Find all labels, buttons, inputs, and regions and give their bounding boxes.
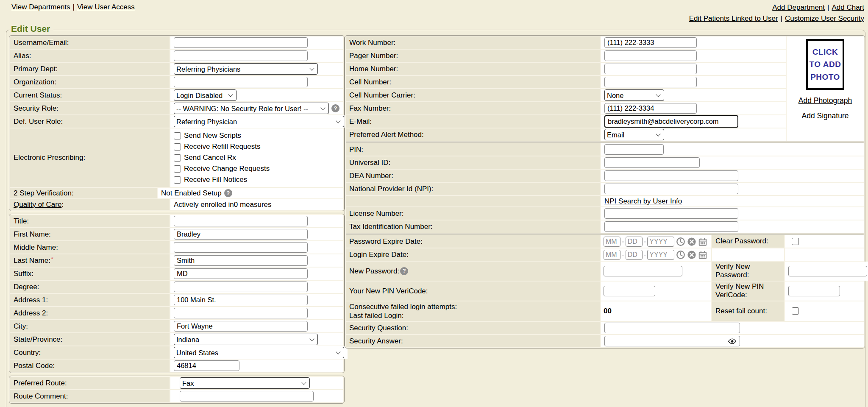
section-divider bbox=[346, 142, 864, 142]
quality-of-care-colon: : bbox=[61, 201, 64, 209]
right-column: Work Number: Pager Number: Home Number: … bbox=[345, 35, 865, 351]
pin-input[interactable] bbox=[604, 144, 664, 155]
title-row: Title: bbox=[10, 215, 343, 227]
receive-fill-notices-checkbox[interactable] bbox=[174, 176, 181, 184]
primary-dept-select[interactable]: Referring Physicians bbox=[174, 63, 318, 75]
work-number-input[interactable] bbox=[604, 37, 697, 48]
calendar-icon[interactable] bbox=[698, 250, 707, 259]
time-picker-icon[interactable] bbox=[676, 237, 685, 246]
clear-date-icon[interactable] bbox=[687, 237, 696, 246]
def-user-role-select[interactable]: Referring Physician bbox=[174, 116, 344, 127]
degree-input[interactable] bbox=[174, 282, 308, 292]
show-password-eye-icon[interactable] bbox=[728, 338, 737, 344]
password-expire-dd-input[interactable] bbox=[626, 237, 643, 247]
receive-refill-requests-checkbox[interactable] bbox=[174, 143, 181, 151]
title-input[interactable] bbox=[174, 216, 308, 226]
add-photo-placeholder[interactable]: CLICK TO ADD PHOTO bbox=[806, 39, 844, 90]
tax-id-input[interactable] bbox=[604, 221, 738, 232]
add-chart-link[interactable]: Add Chart bbox=[832, 3, 864, 11]
username-input[interactable] bbox=[174, 37, 308, 48]
route-comment-input[interactable] bbox=[180, 391, 314, 401]
add-photograph-link[interactable]: Add Photograph bbox=[798, 96, 852, 105]
left-column: Username/Email: Alias: Primary Dept: Ref… bbox=[9, 35, 345, 406]
current-status-select[interactable]: Login Disabled bbox=[174, 89, 236, 101]
dea-number-row: DEA Number: bbox=[346, 170, 864, 182]
new-password-row: New Password:? Verify New Password: bbox=[346, 262, 864, 281]
failed-attempts-label: Consecutive failed login attempts: bbox=[349, 302, 457, 311]
last-name-input[interactable] bbox=[174, 255, 308, 266]
cell-number-input[interactable] bbox=[604, 77, 697, 87]
clear-password-checkbox[interactable] bbox=[792, 238, 799, 245]
security-role-help-icon[interactable]: ? bbox=[331, 104, 339, 112]
address2-input[interactable] bbox=[174, 308, 308, 318]
dea-number-input[interactable] bbox=[604, 170, 738, 181]
calendar-icon[interactable] bbox=[698, 237, 707, 246]
security-role-select[interactable]: -- WARNING: No Security Role for User! -… bbox=[174, 103, 329, 114]
npi-label: National Provider Id (NPI): bbox=[346, 183, 600, 195]
reset-fail-count-checkbox[interactable] bbox=[792, 307, 799, 315]
security-answer-input[interactable] bbox=[604, 336, 740, 346]
new-password-input[interactable] bbox=[604, 266, 682, 276]
separator: | bbox=[827, 3, 829, 11]
send-cancel-rx-checkbox[interactable] bbox=[174, 154, 181, 162]
fax-number-row: Fax Number: bbox=[346, 102, 786, 114]
alias-input[interactable] bbox=[174, 50, 308, 61]
fax-number-input[interactable] bbox=[604, 103, 697, 114]
password-expire-mm-input[interactable] bbox=[604, 237, 620, 247]
add-department-link[interactable]: Add Department bbox=[772, 3, 825, 11]
license-number-row: License Number: bbox=[346, 207, 864, 220]
email-input[interactable] bbox=[604, 115, 738, 128]
organization-row: Organization: bbox=[10, 76, 343, 88]
quality-of-care-link[interactable]: Quality of Care bbox=[14, 201, 61, 209]
two-step-row: 2 Step Verification: Not Enabled Setup ? bbox=[10, 188, 343, 198]
country-select[interactable]: United States bbox=[174, 347, 344, 358]
middle-name-input[interactable] bbox=[174, 242, 308, 253]
city-input[interactable] bbox=[174, 321, 308, 332]
username-row: Username/Email: bbox=[10, 36, 343, 49]
customize-user-security-link[interactable]: Customize User Security bbox=[785, 14, 864, 22]
login-expire-dd-input[interactable] bbox=[626, 250, 643, 260]
postal-code-input[interactable] bbox=[174, 360, 239, 371]
cell-carrier-select[interactable]: None bbox=[604, 89, 664, 101]
universal-id-row: Universal ID: bbox=[346, 156, 864, 169]
name-address-group: Title: First Name: Middle Name: Last Nam… bbox=[9, 214, 345, 373]
license-number-input[interactable] bbox=[604, 208, 738, 219]
state-select[interactable]: Indiana bbox=[174, 334, 318, 345]
verify-pin-vericode-input[interactable] bbox=[788, 286, 840, 296]
address1-input[interactable] bbox=[174, 295, 308, 305]
account-group: Username/Email: Alias: Primary Dept: Ref… bbox=[9, 35, 345, 211]
preferred-route-select[interactable]: Fax bbox=[180, 377, 310, 389]
preferred-alert-select[interactable]: Email bbox=[604, 129, 664, 140]
send-new-scripts-label: Send New Scripts bbox=[184, 131, 241, 140]
organization-input[interactable] bbox=[174, 77, 308, 87]
pin-vericode-label: Your New PIN VeriCode: bbox=[346, 282, 600, 301]
first-name-input[interactable] bbox=[174, 229, 308, 240]
receive-change-requests-checkbox[interactable] bbox=[174, 165, 181, 173]
two-step-setup-link[interactable]: Setup bbox=[203, 189, 221, 198]
npi-search-link[interactable]: NPI Search by User Info bbox=[604, 197, 682, 206]
pager-number-input[interactable] bbox=[604, 50, 697, 61]
view-departments-link[interactable]: View Departments bbox=[11, 3, 70, 11]
edit-patients-linked-link[interactable]: Edit Patients Linked to User bbox=[689, 14, 778, 22]
required-asterisk: * bbox=[51, 255, 53, 262]
add-signature-link[interactable]: Add Signature bbox=[802, 112, 849, 120]
view-user-access-link[interactable]: View User Access bbox=[77, 3, 135, 11]
universal-id-input[interactable] bbox=[604, 157, 700, 168]
route-group: Preferred Route: Fax Route Comment: bbox=[9, 376, 345, 404]
send-new-scripts-checkbox[interactable] bbox=[174, 132, 181, 139]
time-picker-icon[interactable] bbox=[676, 250, 685, 259]
password-expire-yyyy-input[interactable] bbox=[647, 237, 674, 247]
npi-input[interactable] bbox=[604, 184, 738, 194]
login-expire-yyyy-input[interactable] bbox=[647, 250, 674, 260]
login-expire-label: Login Expire Date: bbox=[346, 248, 600, 261]
suffix-input[interactable] bbox=[174, 268, 308, 279]
pin-vericode-input[interactable] bbox=[604, 286, 655, 296]
login-expire-mm-input[interactable] bbox=[604, 250, 620, 260]
pin-vericode-row: Your New PIN VeriCode: Verify New PIN Ve… bbox=[346, 282, 864, 301]
two-step-help-icon[interactable]: ? bbox=[224, 189, 232, 197]
home-number-input[interactable] bbox=[604, 64, 697, 74]
clear-date-icon[interactable] bbox=[687, 250, 696, 259]
verify-new-password-input[interactable] bbox=[788, 266, 867, 276]
new-password-help-icon[interactable]: ? bbox=[400, 267, 408, 275]
security-question-input[interactable] bbox=[604, 323, 740, 333]
